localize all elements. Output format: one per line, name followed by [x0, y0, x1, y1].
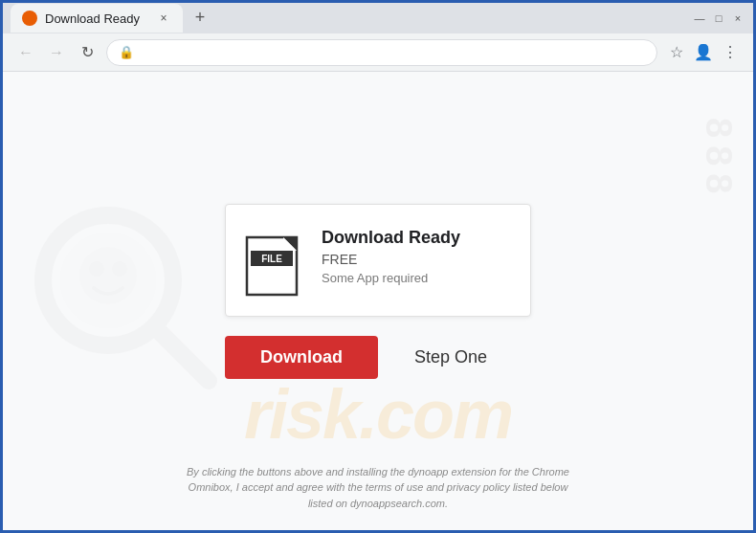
watermark-side: 888: [698, 118, 739, 201]
main-content: FILE Download Ready FREE Some App requir…: [225, 204, 531, 379]
forward-button[interactable]: →: [45, 41, 68, 64]
svg-point-4: [112, 261, 127, 277]
file-requirement: Some App required: [322, 271, 460, 285]
tab-title: Download Ready: [45, 11, 140, 26]
minimize-button[interactable]: —: [692, 11, 707, 26]
maximize-button[interactable]: □: [711, 11, 726, 26]
svg-line-5: [161, 333, 209, 381]
tab-favicon: [22, 11, 37, 26]
watermark-magnifier: [32, 204, 223, 399]
browser-window: Download Ready × + — □ × ← → ↻ 🔒 ☆ 👤 ⋮: [0, 0, 756, 533]
watermark-text: risk.com: [3, 375, 753, 454]
download-button[interactable]: Download: [225, 336, 378, 379]
svg-text:FILE: FILE: [261, 254, 282, 264]
file-title: Download Ready: [322, 228, 460, 248]
button-row: Download Step One: [225, 336, 531, 379]
window-controls: — □ ×: [692, 11, 745, 26]
back-button[interactable]: ←: [14, 41, 37, 64]
active-tab[interactable]: Download Ready ×: [11, 4, 183, 33]
account-icon[interactable]: 👤: [692, 41, 715, 64]
lock-icon: 🔒: [119, 45, 134, 59]
title-bar: Download Ready × + — □ ×: [3, 3, 753, 33]
toolbar-right: ☆ 👤 ⋮: [665, 41, 742, 64]
reload-button[interactable]: ↻: [76, 41, 99, 64]
bookmark-icon[interactable]: ☆: [665, 41, 688, 64]
close-button[interactable]: ×: [730, 11, 745, 26]
disclaimer: By clicking the buttons above and instal…: [177, 464, 579, 512]
address-input[interactable]: 🔒: [106, 39, 657, 66]
tab-close-button[interactable]: ×: [156, 11, 171, 26]
file-icon-wrap: FILE: [245, 224, 306, 297]
address-bar: ← → ↻ 🔒 ☆ 👤 ⋮: [3, 33, 753, 72]
file-icon: FILE: [245, 224, 306, 297]
file-info: Download Ready FREE Some App required: [322, 224, 460, 285]
new-tab-button[interactable]: +: [187, 4, 213, 31]
page-content: risk.com 888: [3, 72, 753, 530]
step-one-button[interactable]: Step One: [393, 347, 508, 367]
menu-icon[interactable]: ⋮: [719, 41, 742, 64]
svg-point-3: [89, 261, 104, 277]
info-card: FILE Download Ready FREE Some App requir…: [225, 204, 531, 317]
file-free: FREE: [322, 252, 460, 267]
